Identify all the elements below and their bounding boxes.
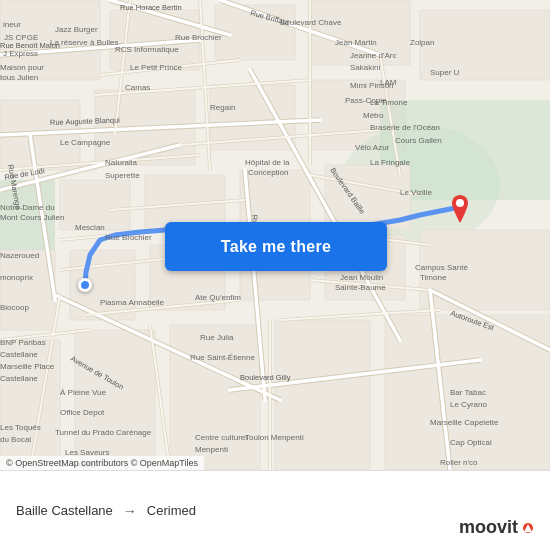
svg-text:Roller n'co: Roller n'co	[440, 458, 478, 467]
svg-text:Boulevard Gilly: Boulevard Gilly	[240, 373, 291, 382]
svg-text:Jean Moulin: Jean Moulin	[340, 273, 383, 282]
svg-text:RCS Informatique: RCS Informatique	[115, 45, 179, 54]
copyright-text: © OpenStreetMap contributors © OpenMapTi…	[6, 458, 198, 468]
svg-text:Office Depot: Office Depot	[60, 408, 105, 417]
svg-text:Regain: Regain	[210, 103, 235, 112]
svg-text:Rue Brochier: Rue Brochier	[105, 233, 152, 242]
svg-text:Superette: Superette	[105, 171, 140, 180]
svg-text:Cap Optical: Cap Optical	[450, 438, 492, 447]
bottom-bar: Baille Castellane → Cerimed moovit	[0, 470, 550, 550]
svg-text:Les Toqués: Les Toqués	[0, 423, 41, 432]
map-area: Rue Auguste Blanqui Rue de Lodi Rue Mare…	[0, 0, 550, 470]
svg-text:Pass-Copie: Pass-Copie	[345, 96, 387, 105]
svg-text:Braserie de l'Océan: Braserie de l'Océan	[370, 123, 440, 132]
svg-text:Vélo Azur: Vélo Azur	[355, 143, 390, 152]
svg-text:Tunnel du Prado Carénage: Tunnel du Prado Carénage	[55, 428, 152, 437]
svg-text:Centre culturel: Centre culturel	[195, 433, 247, 442]
svg-text:Sainte-Baume: Sainte-Baume	[335, 283, 386, 292]
svg-text:Jeanne d'Arc: Jeanne d'Arc	[350, 51, 396, 60]
svg-text:Campus Santé: Campus Santé	[415, 263, 468, 272]
svg-rect-26	[275, 320, 370, 470]
svg-text:Castellane: Castellane	[0, 350, 38, 359]
route-to-label: Cerimed	[147, 503, 196, 518]
svg-text:Rue Horace Bertin: Rue Horace Bertin	[120, 3, 182, 12]
svg-text:Mont Cours Julien: Mont Cours Julien	[0, 213, 64, 222]
svg-text:Hôpital de la: Hôpital de la	[245, 158, 290, 167]
svg-text:Mesclan: Mesclan	[75, 223, 105, 232]
svg-text:Plasma Annabelle: Plasma Annabelle	[100, 298, 165, 307]
take-me-there-button[interactable]: Take me there	[165, 222, 387, 271]
svg-text:du Bocal: du Bocal	[0, 435, 31, 444]
take-me-there-label: Take me there	[221, 238, 331, 256]
svg-text:Castellane: Castellane	[0, 374, 38, 383]
svg-text:Menpenti: Menpenti	[195, 445, 228, 454]
svg-text:Zolpan: Zolpan	[410, 38, 434, 47]
route-arrow-icon: →	[123, 503, 137, 519]
svg-text:Camas: Camas	[125, 83, 150, 92]
svg-text:Bar Tabac: Bar Tabac	[450, 388, 486, 397]
svg-text:Mimi Pinson: Mimi Pinson	[350, 81, 394, 90]
svg-text:tous Julien: tous Julien	[0, 73, 38, 82]
svg-text:Le Campagne: Le Campagne	[60, 138, 111, 147]
svg-text:ineur: ineur	[3, 20, 21, 29]
svg-text:La réserve à Bulles: La réserve à Bulles	[50, 38, 118, 47]
svg-text:Biocoop: Biocoop	[0, 303, 29, 312]
svg-text:Toulon Menpenti: Toulon Menpenti	[245, 433, 304, 442]
svg-text:Naturalia: Naturalia	[105, 158, 138, 167]
svg-text:Sakakini: Sakakini	[350, 63, 380, 72]
svg-text:Le Cyrano: Le Cyrano	[450, 400, 487, 409]
svg-text:Rue Julia: Rue Julia	[200, 333, 234, 342]
svg-text:J Express: J Express	[3, 49, 38, 58]
svg-text:Super U: Super U	[430, 68, 460, 77]
route-info: Baille Castellane → Cerimed	[16, 503, 534, 519]
svg-text:BNP Paribas: BNP Paribas	[0, 338, 46, 347]
svg-rect-23	[0, 340, 60, 470]
svg-text:Rue Brochier: Rue Brochier	[175, 33, 222, 42]
svg-text:Cours Gallen: Cours Gallen	[395, 136, 442, 145]
svg-text:Notre-Dame du: Notre-Dame du	[0, 203, 55, 212]
svg-text:Marseille Capelette: Marseille Capelette	[430, 418, 499, 427]
svg-text:Métro: Métro	[363, 111, 384, 120]
svg-text:La Fringale: La Fringale	[370, 158, 411, 167]
svg-text:Le Vizille: Le Vizille	[400, 188, 432, 197]
copyright-notice: © OpenStreetMap contributors © OpenMapTi…	[0, 456, 204, 470]
svg-text:À Pleine Vue: À Pleine Vue	[60, 388, 107, 397]
svg-text:Maison pour: Maison pour	[0, 63, 44, 72]
svg-text:Le Petit Prince: Le Petit Prince	[130, 63, 183, 72]
moovit-logo: moovit	[459, 517, 534, 538]
moovit-logo-icon	[522, 522, 534, 534]
svg-text:Rue Saint-Étienne: Rue Saint-Étienne	[190, 353, 255, 362]
svg-text:Nazeroued: Nazeroued	[0, 251, 39, 260]
svg-text:Jean Martin: Jean Martin	[335, 38, 377, 47]
svg-text:JS CPGE: JS CPGE	[4, 33, 38, 42]
svg-text:Boulevard Chave: Boulevard Chave	[280, 18, 342, 27]
route-from-label: Baille Castellane	[16, 503, 113, 518]
app-container: Rue Auguste Blanqui Rue de Lodi Rue Mare…	[0, 0, 550, 550]
svg-point-174	[456, 199, 464, 207]
destination-pin	[448, 195, 472, 225]
svg-text:Marseille Place: Marseille Place	[0, 362, 55, 371]
svg-text:monoprix: monoprix	[0, 273, 33, 282]
svg-text:Timone: Timone	[420, 273, 447, 282]
moovit-brand-name: moovit	[459, 517, 518, 538]
origin-pin	[78, 278, 92, 292]
svg-text:Jazz Burger: Jazz Burger	[55, 25, 98, 34]
svg-text:Ate Qu'enfim: Ate Qu'enfim	[195, 293, 241, 302]
svg-text:Conception: Conception	[248, 168, 288, 177]
